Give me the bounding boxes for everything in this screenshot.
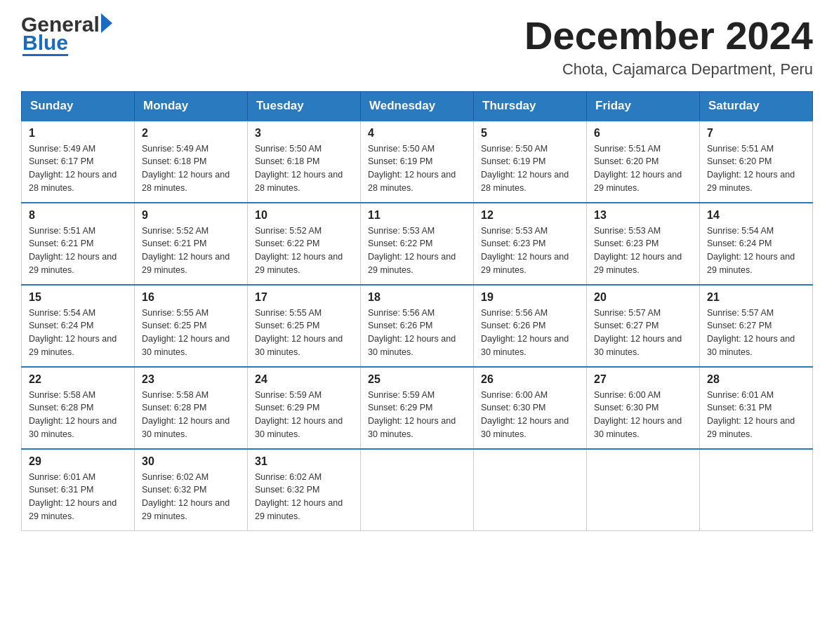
sunset-text: Sunset: 6:18 PM [142, 156, 206, 166]
calendar-cell: 26 Sunrise: 6:00 AM Sunset: 6:30 PM Dayl… [474, 367, 587, 449]
sunset-text: Sunset: 6:28 PM [142, 403, 206, 412]
day-info: Sunrise: 5:58 AM Sunset: 6:28 PM Dayligh… [29, 389, 127, 441]
calendar-cell: 18 Sunrise: 5:56 AM Sunset: 6:26 PM Dayl… [361, 285, 474, 367]
daylight-text: Daylight: 12 hours and 30 minutes. [368, 334, 456, 357]
day-number: 29 [29, 455, 127, 468]
sunrise-text: Sunrise: 5:53 AM [594, 226, 661, 236]
sunrise-text: Sunrise: 5:51 AM [29, 226, 95, 236]
day-number: 17 [255, 291, 353, 304]
sunrise-text: Sunrise: 5:59 AM [368, 390, 435, 400]
day-number: 20 [594, 291, 692, 304]
day-number: 7 [707, 127, 805, 140]
sunset-text: Sunset: 6:20 PM [707, 156, 772, 166]
col-header-monday: Monday [135, 91, 248, 121]
day-info: Sunrise: 5:50 AM Sunset: 6:19 PM Dayligh… [481, 142, 579, 195]
sunrise-text: Sunrise: 6:01 AM [707, 390, 774, 400]
daylight-text: Daylight: 12 hours and 30 minutes. [142, 334, 230, 357]
sunrise-text: Sunrise: 5:51 AM [707, 144, 774, 154]
day-info: Sunrise: 5:50 AM Sunset: 6:19 PM Dayligh… [368, 142, 466, 195]
day-number: 6 [594, 127, 692, 140]
day-number: 16 [142, 291, 240, 304]
sunset-text: Sunset: 6:29 PM [255, 403, 319, 412]
sunrise-text: Sunrise: 6:00 AM [481, 390, 548, 400]
daylight-text: Daylight: 12 hours and 30 minutes. [481, 334, 569, 357]
daylight-text: Daylight: 12 hours and 28 minutes. [481, 170, 569, 193]
daylight-text: Daylight: 12 hours and 30 minutes. [368, 416, 456, 439]
calendar-cell: 6 Sunrise: 5:51 AM Sunset: 6:20 PM Dayli… [587, 121, 700, 203]
col-header-saturday: Saturday [700, 91, 813, 121]
sunset-text: Sunset: 6:26 PM [481, 321, 545, 330]
daylight-text: Daylight: 12 hours and 30 minutes. [707, 334, 795, 357]
daylight-text: Daylight: 12 hours and 28 minutes. [368, 170, 456, 193]
sunset-text: Sunset: 6:20 PM [594, 156, 658, 166]
daylight-text: Daylight: 12 hours and 29 minutes. [594, 170, 682, 193]
sunrise-text: Sunrise: 5:52 AM [142, 226, 208, 236]
sunset-text: Sunset: 6:25 PM [255, 321, 319, 330]
sunset-text: Sunset: 6:30 PM [481, 403, 545, 412]
sunrise-text: Sunrise: 5:57 AM [594, 308, 661, 318]
day-info: Sunrise: 5:51 AM Sunset: 6:21 PM Dayligh… [29, 224, 127, 277]
col-header-thursday: Thursday [474, 91, 587, 121]
calendar-cell: 25 Sunrise: 5:59 AM Sunset: 6:29 PM Dayl… [361, 367, 474, 449]
sunset-text: Sunset: 6:27 PM [594, 321, 658, 330]
calendar-week-row: 8 Sunrise: 5:51 AM Sunset: 6:21 PM Dayli… [22, 203, 813, 285]
day-info: Sunrise: 5:50 AM Sunset: 6:18 PM Dayligh… [255, 142, 353, 195]
day-info: Sunrise: 5:53 AM Sunset: 6:23 PM Dayligh… [594, 224, 692, 277]
day-info: Sunrise: 5:49 AM Sunset: 6:18 PM Dayligh… [142, 142, 240, 195]
calendar-cell: 31 Sunrise: 6:02 AM Sunset: 6:32 PM Dayl… [248, 449, 361, 531]
sunrise-text: Sunrise: 5:50 AM [481, 144, 548, 154]
daylight-text: Daylight: 12 hours and 28 minutes. [142, 170, 230, 193]
sunrise-text: Sunrise: 6:00 AM [594, 390, 661, 400]
daylight-text: Daylight: 12 hours and 30 minutes. [255, 416, 343, 439]
daylight-text: Daylight: 12 hours and 29 minutes. [29, 334, 117, 357]
calendar-cell: 7 Sunrise: 5:51 AM Sunset: 6:20 PM Dayli… [700, 121, 813, 203]
daylight-text: Daylight: 12 hours and 30 minutes. [142, 416, 230, 439]
day-number: 27 [594, 373, 692, 386]
calendar-cell: 17 Sunrise: 5:55 AM Sunset: 6:25 PM Dayl… [248, 285, 361, 367]
day-info: Sunrise: 5:51 AM Sunset: 6:20 PM Dayligh… [594, 142, 692, 195]
sunset-text: Sunset: 6:24 PM [29, 321, 93, 330]
daylight-text: Daylight: 12 hours and 28 minutes. [255, 170, 343, 193]
sunrise-text: Sunrise: 5:53 AM [481, 226, 548, 236]
day-number: 1 [29, 127, 127, 140]
calendar-cell: 3 Sunrise: 5:50 AM Sunset: 6:18 PM Dayli… [248, 121, 361, 203]
day-info: Sunrise: 6:02 AM Sunset: 6:32 PM Dayligh… [142, 471, 240, 523]
sunrise-text: Sunrise: 5:53 AM [368, 226, 435, 236]
sunset-text: Sunset: 6:19 PM [368, 156, 432, 166]
calendar-header-row: SundayMondayTuesdayWednesdayThursdayFrid… [22, 91, 813, 121]
day-number: 4 [368, 127, 466, 140]
day-info: Sunrise: 5:54 AM Sunset: 6:24 PM Dayligh… [707, 224, 805, 277]
col-header-tuesday: Tuesday [248, 91, 361, 121]
daylight-text: Daylight: 12 hours and 29 minutes. [481, 252, 569, 275]
daylight-text: Daylight: 12 hours and 30 minutes. [594, 416, 682, 439]
day-info: Sunrise: 5:53 AM Sunset: 6:23 PM Dayligh… [481, 224, 579, 277]
calendar-week-row: 29 Sunrise: 6:01 AM Sunset: 6:31 PM Dayl… [22, 449, 813, 531]
sunset-text: Sunset: 6:31 PM [29, 485, 93, 495]
sunrise-text: Sunrise: 5:50 AM [368, 144, 435, 154]
day-number: 2 [142, 127, 240, 140]
calendar-week-row: 22 Sunrise: 5:58 AM Sunset: 6:28 PM Dayl… [22, 367, 813, 449]
day-number: 28 [707, 373, 805, 386]
day-number: 12 [481, 209, 579, 222]
sunset-text: Sunset: 6:23 PM [594, 239, 658, 248]
calendar-cell: 8 Sunrise: 5:51 AM Sunset: 6:21 PM Dayli… [22, 203, 135, 285]
sunset-text: Sunset: 6:32 PM [255, 485, 319, 495]
calendar-cell: 19 Sunrise: 5:56 AM Sunset: 6:26 PM Dayl… [474, 285, 587, 367]
calendar-cell: 9 Sunrise: 5:52 AM Sunset: 6:21 PM Dayli… [135, 203, 248, 285]
calendar-week-row: 15 Sunrise: 5:54 AM Sunset: 6:24 PM Dayl… [22, 285, 813, 367]
calendar-cell [587, 449, 700, 531]
day-number: 19 [481, 291, 579, 304]
daylight-text: Daylight: 12 hours and 29 minutes. [594, 252, 682, 275]
sunrise-text: Sunrise: 5:55 AM [142, 308, 208, 318]
sunrise-text: Sunrise: 5:49 AM [29, 144, 95, 154]
day-number: 11 [368, 209, 466, 222]
calendar-table: SundayMondayTuesdayWednesdayThursdayFrid… [21, 91, 813, 531]
sunset-text: Sunset: 6:21 PM [142, 239, 206, 248]
calendar-cell: 29 Sunrise: 6:01 AM Sunset: 6:31 PM Dayl… [22, 449, 135, 531]
daylight-text: Daylight: 12 hours and 30 minutes. [481, 416, 569, 439]
day-number: 10 [255, 209, 353, 222]
calendar-cell: 20 Sunrise: 5:57 AM Sunset: 6:27 PM Dayl… [587, 285, 700, 367]
sunset-text: Sunset: 6:21 PM [29, 239, 93, 248]
day-info: Sunrise: 5:57 AM Sunset: 6:27 PM Dayligh… [707, 307, 805, 359]
col-header-sunday: Sunday [22, 91, 135, 121]
